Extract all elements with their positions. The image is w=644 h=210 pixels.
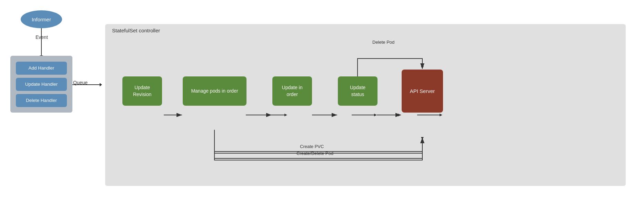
update-status-box: Updatestatus: [338, 76, 378, 106]
manage-pods-box: Manage pods in order: [183, 76, 246, 106]
update-handler-label: Update Handler: [25, 82, 58, 87]
event-label: Event: [36, 34, 48, 40]
statefulset-controller-label: StatefulSet controller: [112, 28, 160, 33]
create-pvc-label: Create PVC: [300, 144, 324, 149]
add-handler-label: Add Handler: [28, 65, 54, 71]
update-handler-btn: Update Handler: [16, 78, 67, 91]
queue-arrow: [72, 84, 100, 85]
update-in-order-label: Update inorder: [282, 84, 303, 98]
delete-handler-btn: Delete Handler: [16, 94, 67, 107]
api-server-label: API Server: [410, 88, 435, 94]
add-handler-btn: Add Handler: [16, 62, 67, 75]
informer-ellipse: Informer: [21, 10, 62, 28]
api-server-box: API Server: [402, 70, 443, 113]
create-delete-pod-label: Create/Delete Pod: [296, 151, 333, 156]
handler-box: Add Handler Update Handler Delete Handle…: [10, 56, 72, 113]
diagram-container: Informer Event Add Handler Update Handle…: [0, 0, 644, 210]
delete-handler-label: Delete Handler: [26, 98, 57, 103]
update-in-order-box: Update inorder: [272, 76, 312, 106]
informer-arrow: [41, 28, 42, 56]
update-status-label: Updatestatus: [350, 84, 365, 98]
update-revision-box: UpdateRevision: [122, 76, 162, 106]
update-revision-label: UpdateRevision: [133, 84, 152, 98]
delete-pod-label: Delete Pod: [372, 40, 394, 45]
informer-label: Informer: [32, 17, 51, 22]
manage-pods-label: Manage pods in order: [191, 88, 238, 95]
